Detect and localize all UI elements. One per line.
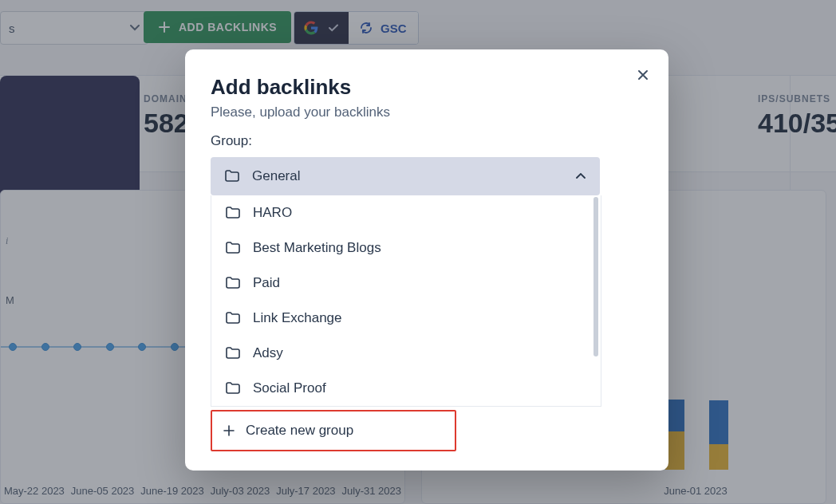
group-option[interactable]: Link Exchange — [211, 301, 601, 336]
folder-icon — [226, 242, 240, 254]
create-new-group-button[interactable]: Create new group — [211, 410, 456, 451]
group-option-label: Link Exchange — [253, 310, 342, 326]
group-option-label: HARO — [253, 205, 292, 221]
scrollbar[interactable] — [593, 197, 598, 356]
group-option-label: Best Marketing Blogs — [253, 240, 381, 256]
group-selected-value: General — [252, 168, 300, 184]
group-option[interactable]: Paid — [211, 266, 601, 301]
folder-icon — [226, 347, 240, 360]
add-backlinks-modal: Add backlinks Please, upload your backli… — [185, 49, 668, 471]
group-field-label: Group: — [211, 133, 654, 149]
group-option[interactable]: HARO — [211, 195, 601, 230]
group-option-label: Social Proof — [253, 380, 326, 396]
folder-icon — [226, 207, 240, 219]
group-option[interactable]: Best Marketing Blogs — [211, 230, 601, 266]
group-select: General HARO Best Marketing Blogs Paid L… — [211, 157, 600, 407]
close-button[interactable] — [633, 65, 653, 85]
folder-icon — [226, 312, 240, 325]
plus-icon — [223, 425, 235, 436]
close-icon — [637, 69, 649, 81]
create-new-group-label: Create new group — [246, 423, 353, 439]
chevron-up-icon — [576, 173, 586, 179]
group-option-label: Paid — [253, 275, 280, 291]
group-option[interactable]: Adsy — [211, 336, 601, 371]
group-option[interactable]: Social Proof — [211, 371, 601, 406]
group-option-label: Adsy — [253, 345, 283, 361]
modal-title: Add backlinks — [211, 75, 654, 100]
folder-icon — [225, 170, 239, 183]
modal-subtitle: Please, upload your backlinks — [211, 104, 654, 120]
group-select-head[interactable]: General — [211, 157, 600, 195]
group-options-list: HARO Best Marketing Blogs Paid Link Exch… — [211, 195, 601, 407]
folder-icon — [226, 277, 240, 289]
folder-icon — [226, 382, 240, 395]
